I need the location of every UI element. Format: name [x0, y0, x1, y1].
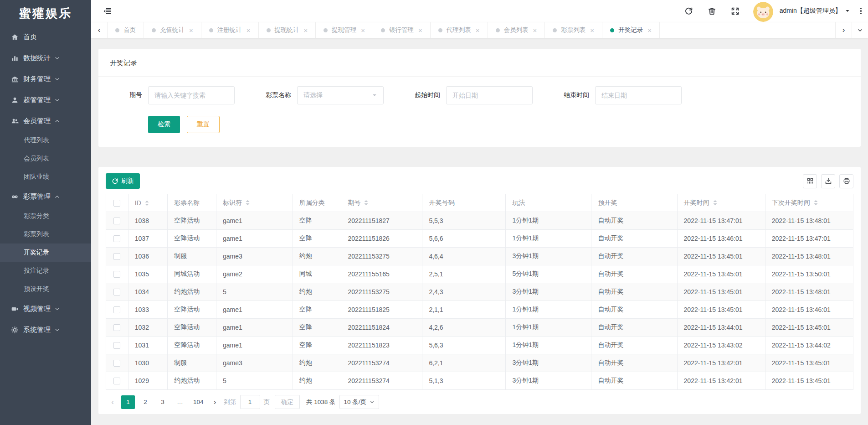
reset-button[interactable]: 重置 [187, 116, 220, 133]
sidebar-subitem-bet-records[interactable]: 投注记录 [0, 262, 91, 280]
select-all-checkbox[interactable] [113, 200, 120, 207]
tab-member-list[interactable]: 会员列表× [488, 22, 545, 38]
sidebar-item-lottery[interactable]: 彩票管理 [0, 186, 91, 207]
page-number-2[interactable]: 2 [139, 395, 152, 409]
row-checkbox[interactable] [113, 253, 120, 260]
cell-next_time: 2022-11-15 13:45:01 [765, 354, 853, 372]
kebab-menu-icon[interactable] [860, 8, 862, 15]
sidebar-subitem-member-list[interactable]: 会员列表 [0, 150, 91, 168]
row-checkbox[interactable] [113, 289, 120, 295]
tab-register-stats[interactable]: 注册统计× [201, 22, 259, 38]
page-size-value: 10 条/页 [344, 398, 367, 406]
tab-close-icon[interactable]: × [647, 26, 652, 34]
row-checkbox[interactable] [113, 378, 120, 384]
row-checkbox[interactable] [113, 324, 120, 331]
caret-down-icon[interactable] [845, 8, 850, 14]
collapse-sidebar-icon[interactable] [103, 7, 112, 16]
cell-code: game3 [216, 354, 293, 372]
cell-draw_time: 2022-11-15 13:44:01 [677, 319, 765, 337]
tab-withdraw-stats[interactable]: 提现统计× [259, 22, 316, 38]
page-ellipsis[interactable]: … [173, 395, 187, 409]
issue-input[interactable] [148, 86, 235, 104]
sidebar-item-members[interactable]: 会员管理 [0, 110, 91, 131]
fullscreen-icon[interactable] [731, 7, 740, 16]
refresh-table-button[interactable]: 刷新 [106, 173, 140, 189]
page-number-3[interactable]: 3 [156, 395, 169, 409]
cell-draw_time: 2022-11-15 13:45:01 [677, 248, 765, 265]
print-button[interactable] [839, 174, 853, 188]
tab-agent-list[interactable]: 代理列表× [431, 22, 488, 38]
row-checkbox[interactable] [113, 235, 120, 242]
column-header-play: 玩法 [506, 194, 591, 212]
sidebar-item-finance[interactable]: 财务管理 [0, 68, 91, 89]
tab-bank-manage[interactable]: 银行管理× [373, 22, 431, 38]
tab-draw-records[interactable]: 开奖记录× [602, 22, 660, 38]
cell-id: 1030 [128, 354, 167, 372]
sidebar-subitem-preset-draw[interactable]: 预设开奖 [0, 280, 91, 298]
search-button[interactable]: 检索 [148, 116, 180, 133]
tab-withdraw-manage[interactable]: 提现管理× [316, 22, 373, 38]
goto-page-input[interactable] [240, 395, 260, 409]
tab-close-icon[interactable]: × [418, 26, 422, 34]
cell-code: game1 [216, 337, 293, 354]
tabs-scroll-right-icon[interactable]: › [835, 22, 852, 38]
start-date-input[interactable] [446, 86, 533, 104]
lottery-filter: 彩票名称 请选择 [258, 86, 384, 104]
sidebar-subitem-lottery-list[interactable]: 彩票列表 [0, 225, 91, 244]
sidebar-item-home[interactable]: 首页 [0, 26, 91, 47]
sidebar-item-system[interactable]: 系统管理 [0, 319, 91, 340]
cell-id: 1029 [128, 372, 167, 390]
toggle-columns-button[interactable] [803, 174, 817, 188]
goto-confirm-button[interactable]: 确定 [275, 395, 300, 409]
tab-close-icon[interactable]: × [533, 26, 537, 34]
cell-play: 1分钟1期 [506, 337, 591, 354]
column-header-id[interactable]: ID [128, 194, 167, 212]
row-checkbox[interactable] [113, 342, 120, 349]
tab-close-icon[interactable]: × [189, 26, 193, 34]
end-time-filter: 结束时间 [556, 86, 682, 104]
tab-lottery-list[interactable]: 彩票列表× [545, 22, 602, 38]
user-menu[interactable]: admin【超级管理员】 [780, 7, 842, 15]
cell-numbers: 5,6,6 [422, 230, 506, 248]
row-checkbox[interactable] [113, 271, 120, 278]
sidebar-subitem-lottery-category[interactable]: 彩票分类 [0, 207, 91, 225]
tab-close-icon[interactable]: × [476, 26, 480, 34]
avatar[interactable] [753, 2, 773, 22]
column-header-draw_time[interactable]: 开奖时间 [677, 194, 765, 212]
trash-icon[interactable] [708, 7, 716, 16]
chevron-down-icon [54, 76, 60, 82]
tab-status-dot [381, 28, 385, 32]
tab-home[interactable]: 首页 [108, 22, 144, 38]
sidebar-subitem-agent-list[interactable]: 代理列表 [0, 131, 91, 150]
tab-recharge-stats[interactable]: 充值统计× [144, 22, 201, 38]
prev-page-icon[interactable]: ‹ [106, 395, 119, 409]
export-button[interactable] [821, 174, 835, 188]
cell-play: 3分钟1期 [506, 372, 591, 390]
column-header-code[interactable]: 标识符 [216, 194, 293, 212]
next-page-icon[interactable]: › [208, 395, 222, 409]
tab-status-dot [496, 28, 500, 32]
sidebar-subitem-draw-records[interactable]: 开奖记录 [0, 244, 91, 262]
row-checkbox[interactable] [113, 360, 120, 367]
tabs-menu-icon[interactable] [852, 22, 868, 38]
tab-close-icon[interactable]: × [247, 26, 251, 34]
lottery-select[interactable]: 请选择 [297, 86, 384, 104]
sidebar-item-super-admin[interactable]: 超管管理 [0, 89, 91, 110]
tab-close-icon[interactable]: × [304, 26, 308, 34]
tab-close-icon[interactable]: × [590, 26, 594, 34]
cell-id: 1034 [128, 283, 167, 301]
column-header-issue[interactable]: 期号 [341, 194, 422, 212]
row-checkbox[interactable] [113, 218, 120, 224]
sidebar-subitem-team-performance[interactable]: 团队业绩 [0, 168, 91, 186]
page-number-1[interactable]: 1 [121, 395, 135, 409]
tabs-scroll-left-icon[interactable]: ‹ [91, 22, 108, 38]
sidebar-item-data-stats[interactable]: 数据统计 [0, 47, 91, 68]
refresh-icon[interactable] [684, 7, 693, 16]
end-date-input[interactable] [595, 86, 682, 104]
column-header-next_time[interactable]: 下次开奖时间 [765, 194, 853, 212]
page-number-104[interactable]: 104 [190, 395, 206, 409]
row-checkbox[interactable] [113, 306, 120, 313]
page-size-select[interactable]: 10 条/页 [339, 395, 380, 409]
tab-close-icon[interactable]: × [361, 26, 365, 34]
sidebar-item-video[interactable]: 视频管理 [0, 298, 91, 319]
